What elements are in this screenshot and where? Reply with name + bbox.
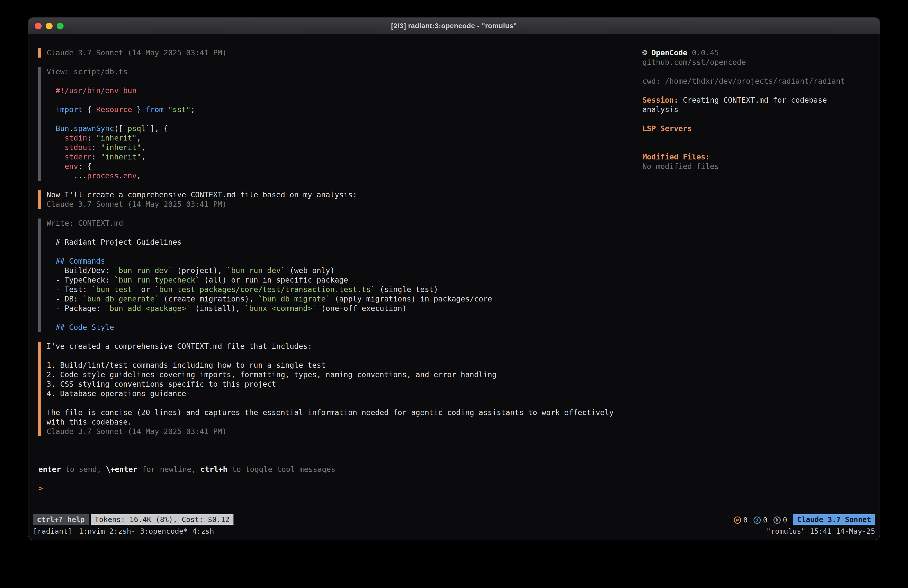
message-line (47, 351, 642, 361)
warning-count: 0 (743, 516, 747, 524)
message-line: - Build/Dev: `bun run dev` (project), `b… (47, 266, 642, 275)
message-line: - Test: `bun test` or `bun test packages… (47, 285, 642, 294)
text-segment (47, 86, 56, 95)
main-area: Claude 3.7 Sonnet (14 May 2025 03:41 PM)… (39, 48, 869, 446)
text-segment: - DB: (47, 295, 83, 303)
text-segment: Bun (56, 124, 69, 133)
message-line: The file is concise (20 lines) and captu… (47, 408, 642, 417)
text-segment: "inherit" (96, 134, 137, 142)
text-segment (47, 124, 56, 133)
window-titlebar[interactable]: [2/3] radiant:3:opencode - "romulus" (28, 18, 880, 34)
sidebar-line (642, 143, 869, 152)
text-segment: `bunx <command>` (245, 304, 317, 313)
message-line (47, 76, 642, 86)
info-count: 0 (763, 516, 767, 524)
text-segment: 4. Database operations guidance (47, 389, 186, 398)
message-line: stdin: "inherit", (47, 133, 642, 143)
warning-icon: w (734, 517, 741, 524)
text-segment: Resource (96, 105, 132, 114)
message-line (47, 398, 642, 408)
sidebar-line (642, 86, 869, 95)
message-line: Bun.spawnSync([`psql`], { (47, 124, 642, 133)
message-line: Now I'll create a comprehensive CONTEXT.… (47, 190, 642, 200)
text-segment: `bun run typecheck` (114, 275, 200, 284)
text-segment (47, 257, 56, 265)
text-segment: import (56, 105, 82, 114)
text-segment: #!/usr/bin/env bun (56, 86, 137, 95)
text-segment: Creating CONTEXT.md for codebase (678, 96, 827, 105)
text-segment (47, 143, 64, 152)
text-segment: View: script/db.ts (47, 67, 127, 76)
sidebar-line (642, 67, 869, 76)
tmux-window-2[interactable]: 2:zsh- (109, 527, 135, 535)
tmux-window-3[interactable]: 3:opencode* (140, 527, 188, 535)
text-segment: , (141, 153, 145, 161)
message-line (47, 95, 642, 105)
text-segment: or (137, 285, 155, 294)
empty-space (39, 493, 869, 514)
message-line: #!/usr/bin/env bun (47, 86, 642, 95)
text-segment: (apply migrations) in packages/core (330, 295, 492, 303)
message-line: - TypeCheck: `bun run typecheck` (all) o… (47, 275, 642, 285)
tmux-status-bar: [radiant]1:nvim2:zsh-3:opencode*4:zsh "r… (33, 526, 875, 536)
tmux-window-4[interactable]: 4:zsh (192, 527, 214, 535)
text-segment: - Build/Dev: (47, 266, 114, 275)
text-segment: # Radiant Project Guidelines (47, 238, 182, 246)
text-segment: (web only) (285, 266, 335, 275)
text-segment (164, 105, 168, 114)
text-segment: env (64, 162, 78, 171)
message-line (47, 114, 642, 124)
text-segment: 2. Code style guidelines covering import… (47, 370, 497, 379)
help-badge: ctrl+? help (33, 514, 89, 525)
session-sidebar: © OpenCode 0.0.45github.com/sst/opencode… (642, 48, 869, 171)
text-segment: ([ (114, 124, 123, 133)
text-segment: (one-off execution) (317, 304, 407, 313)
message-block: Write: CONTEXT.md # Radiant Project Guid… (39, 219, 642, 332)
text-segment: `psql` (123, 124, 150, 133)
tmux-windows-list: [radiant]1:nvim2:zsh-3:opencode*4:zsh (33, 526, 214, 536)
message-line: stdout: "inherit", (47, 143, 642, 152)
close-button[interactable] (35, 23, 42, 29)
text-segment: `bun add <package>` (105, 304, 191, 313)
info-icon: i (753, 517, 761, 524)
sidebar-line: Modified Files: (642, 152, 869, 162)
text-segment: ; (191, 105, 195, 114)
message-line: - DB: `bun db generate` (create migratio… (47, 294, 642, 304)
text-segment: Now I'll create a comprehensive CONTEXT.… (47, 190, 357, 199)
prompt-symbol: > (39, 484, 43, 493)
prompt-input[interactable]: > (39, 483, 869, 493)
text-segment (47, 162, 64, 171)
message-line: 3. CSS styling conventions specific to t… (47, 379, 642, 389)
text-segment: ## Code Style (56, 323, 114, 332)
text-segment: stdin (64, 134, 87, 142)
text-segment: to send, (61, 465, 106, 474)
text-segment: I've created a comprehensive CONTEXT.md … (47, 342, 312, 351)
text-segment: to toggle tool messages (227, 465, 335, 474)
text-segment: - TypeCheck: (47, 275, 114, 284)
tokens-cost-badge: Tokens: 16.4K (8%), Cost: $0.12 (91, 514, 233, 525)
text-segment: : (92, 153, 101, 161)
text-segment: © (642, 48, 651, 57)
message-block: Claude 3.7 Sonnet (14 May 2025 03:41 PM) (39, 48, 642, 58)
sidebar-line: analysis (642, 105, 869, 114)
message-line: 4. Database operations guidance (47, 389, 642, 398)
text-segment: `bun test` (92, 285, 137, 294)
text-segment: process (87, 171, 119, 180)
text-segment: env (123, 171, 137, 180)
message-line: 2. Code style guidelines covering import… (47, 370, 642, 379)
terminal-window: [2/3] radiant:3:opencode - "romulus" Cla… (28, 18, 880, 540)
text-segment: Claude 3.7 Sonnet (14 May 2025 03:41 PM) (47, 48, 227, 57)
tmux-window-1[interactable]: 1:nvim (79, 527, 105, 535)
sidebar-line: LSP Servers (642, 124, 869, 133)
message-line: Claude 3.7 Sonnet (14 May 2025 03:41 PM) (47, 48, 642, 58)
zoom-button[interactable] (57, 23, 64, 29)
text-segment: from (145, 105, 163, 114)
message-line: ## Code Style (47, 323, 642, 332)
hint-diagnostic: h0 (773, 516, 787, 524)
message-line: # Radiant Project Guidelines (47, 237, 642, 247)
text-segment: . (119, 171, 123, 180)
minimize-button[interactable] (46, 23, 53, 29)
text-segment: ## Commands (56, 257, 105, 265)
text-segment: 1. Build/lint/test commands including ho… (47, 361, 326, 369)
text-segment: Claude 3.7 Sonnet (14 May 2025 03:41 PM) (47, 200, 227, 209)
